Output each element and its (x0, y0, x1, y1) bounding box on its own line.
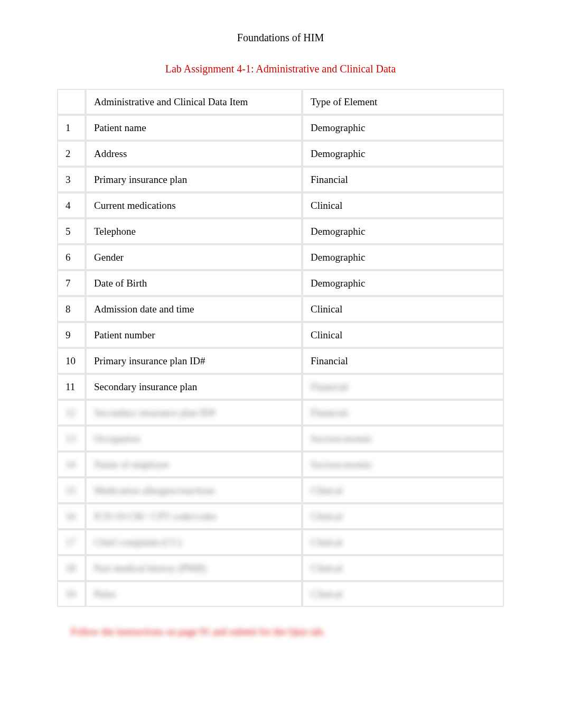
data-table: Administrative and Clinical Data Item Ty… (57, 89, 504, 607)
row-type: Clinical (302, 322, 504, 348)
row-item: Name of employer (86, 451, 302, 477)
row-item: Past medical history (PMH) (86, 555, 302, 581)
row-number: 5 (57, 218, 86, 244)
row-number: 16 (57, 503, 86, 529)
assignment-title: Lab Assignment 4-1: Administrative and C… (48, 63, 513, 75)
table-row: 17Chief complaint (CC)Clinical (57, 529, 504, 555)
row-number: 11 (57, 374, 86, 400)
row-type: Financial (302, 167, 504, 192)
row-number: 8 (57, 296, 86, 322)
row-item: Patient number (86, 322, 302, 348)
table-row: 5TelephoneDemographic (57, 218, 504, 244)
table-row: 12Secondary insurance plan ID#Financial (57, 400, 504, 426)
row-number: 6 (57, 244, 86, 270)
course-title: Foundations of HIM (48, 32, 513, 44)
table-row: 9Patient numberClinical (57, 322, 504, 348)
row-type: Demographic (302, 270, 504, 296)
row-item: Primary insurance plan (86, 167, 302, 192)
row-type: Demographic (302, 218, 504, 244)
row-item: Address (86, 141, 302, 167)
row-item: Admission date and time (86, 296, 302, 322)
row-type: Clinical (302, 477, 504, 503)
row-item: Telephone (86, 218, 302, 244)
row-type: Socioeconomic (302, 426, 504, 451)
row-item: Patient name (86, 115, 302, 141)
row-number: 10 (57, 348, 86, 374)
table-row: 7Date of BirthDemographic (57, 270, 504, 296)
table-row: 18Past medical history (PMH)Clinical (57, 555, 504, 581)
row-number: 1 (57, 115, 86, 141)
row-number: 4 (57, 192, 86, 218)
table-row: 15Medication allergies/reactionsClinical (57, 477, 504, 503)
table-row: 11Secondary insurance planFinancial (57, 374, 504, 400)
row-item: Secondary insurance plan ID# (86, 400, 302, 426)
table-row: 14Name of employerSocioeconomic (57, 451, 504, 477)
table-row: 16ICD-10-CM / CPT code/codesClinical (57, 503, 504, 529)
table-row: 1Patient nameDemographic (57, 115, 504, 141)
row-type: Clinical (302, 296, 504, 322)
row-number: 18 (57, 555, 86, 581)
row-number: 7 (57, 270, 86, 296)
row-number: 3 (57, 167, 86, 192)
row-number: 2 (57, 141, 86, 167)
row-type: Clinical (302, 529, 504, 555)
header-cell-type: Type of Element (302, 89, 504, 115)
table-row: 19PulseClinical (57, 581, 504, 607)
row-number: 14 (57, 451, 86, 477)
row-number: 19 (57, 581, 86, 607)
row-item: Gender (86, 244, 302, 270)
row-number: 12 (57, 400, 86, 426)
row-type: Demographic (302, 244, 504, 270)
page: Foundations of HIM Lab Assignment 4-1: A… (0, 0, 561, 659)
table-row: 4Current medicationsClinical (57, 192, 504, 218)
header-cell-number (57, 89, 86, 115)
table-row: 6GenderDemographic (57, 244, 504, 270)
row-item: Secondary insurance plan (86, 374, 302, 400)
row-item: Pulse (86, 581, 302, 607)
table-header-row: Administrative and Clinical Data Item Ty… (57, 89, 504, 115)
table-row: 8Admission date and timeClinical (57, 296, 504, 322)
header-cell-item: Administrative and Clinical Data Item (86, 89, 302, 115)
row-item: Date of Birth (86, 270, 302, 296)
row-item: Occupation (86, 426, 302, 451)
row-item: Medication allergies/reactions (86, 477, 302, 503)
table-row: 10Primary insurance plan ID#Financial (57, 348, 504, 374)
row-type: Financial (302, 400, 504, 426)
row-type: Clinical (302, 503, 504, 529)
row-type: Clinical (302, 192, 504, 218)
row-type: Clinical (302, 581, 504, 607)
row-number: 9 (57, 322, 86, 348)
row-number: 15 (57, 477, 86, 503)
row-item: Chief complaint (CC) (86, 529, 302, 555)
row-item: Primary insurance plan ID# (86, 348, 302, 374)
row-type: Financial (302, 348, 504, 374)
table-row: 2AddressDemographic (57, 141, 504, 167)
row-type: Clinical (302, 555, 504, 581)
row-type: Financial (302, 374, 504, 400)
row-type: Demographic (302, 115, 504, 141)
table-row: 13OccupationSocioeconomic (57, 426, 504, 451)
row-item: ICD-10-CM / CPT code/codes (86, 503, 302, 529)
row-item: Current medications (86, 192, 302, 218)
table-row: 3Primary insurance planFinancial (57, 167, 504, 192)
row-number: 13 (57, 426, 86, 451)
row-type: Socioeconomic (302, 451, 504, 477)
row-type: Demographic (302, 141, 504, 167)
row-number: 17 (57, 529, 86, 555)
footer-note: Follow the instructions on page 91 and s… (71, 626, 325, 638)
